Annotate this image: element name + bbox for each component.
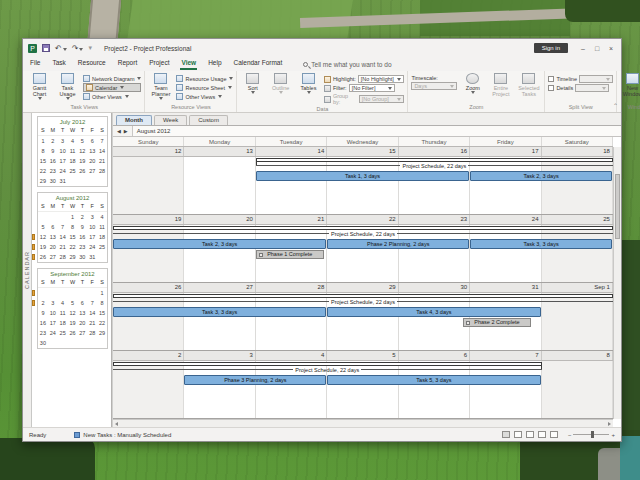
mini-calendar-date[interactable]: 13 (77, 308, 87, 318)
mini-calendar-date[interactable]: 17 (58, 156, 68, 166)
collapse-ribbon-icon[interactable]: ⌃ (613, 102, 618, 109)
mini-calendar-date[interactable]: 22 (97, 318, 107, 328)
zoom-slider[interactable]: − + (568, 432, 615, 438)
mini-calendar-date[interactable]: 31 (58, 176, 68, 186)
mini-calendar-date[interactable]: 5 (77, 136, 87, 146)
tab-week[interactable]: Week (154, 115, 187, 125)
view-shortcut-report-icon[interactable] (550, 431, 558, 438)
tables-button[interactable]: Tables (296, 73, 321, 94)
task-bar[interactable]: Task 2, 3 days (113, 239, 326, 249)
task-bar[interactable]: Phase 3 Planning, 2 days (184, 375, 326, 385)
mini-calendar-date[interactable]: 28 (97, 166, 107, 176)
outline-button[interactable]: Outline (268, 73, 293, 94)
tab-custom[interactable]: Custom (189, 115, 228, 125)
mini-calendar-date[interactable]: 1 (68, 212, 78, 222)
vertical-scrollbar-thumb[interactable] (615, 174, 620, 239)
view-shortcut-task-usage-icon[interactable] (514, 431, 522, 438)
gantt-chart-button[interactable]: Gantt Chart (27, 73, 52, 100)
task-bar[interactable]: Task 5, 3 days (327, 375, 540, 385)
minimize-button[interactable]: – (576, 42, 590, 55)
mini-calendar-date[interactable]: 15 (68, 232, 78, 242)
close-button[interactable]: × (604, 42, 618, 55)
mini-calendar-date[interactable]: 6 (77, 298, 87, 308)
mini-calendar-date[interactable]: 2 (77, 212, 87, 222)
resource-sheet-button[interactable]: Resource Sheet (176, 84, 233, 91)
tell-me-box[interactable]: Tell me what you want to do (303, 61, 391, 68)
mini-calendar-date[interactable]: 8 (97, 298, 107, 308)
task-usage-button[interactable]: Task Usage (55, 73, 80, 100)
mini-calendar-date[interactable]: 11 (58, 308, 68, 318)
mini-calendar-date[interactable]: 19 (77, 156, 87, 166)
mini-calendar-date[interactable]: 8 (38, 146, 48, 156)
mini-calendar-date[interactable]: 20 (87, 156, 97, 166)
task-bar[interactable]: Task 3, 3 days (470, 239, 612, 249)
mini-calendar-date[interactable]: 28 (58, 252, 68, 262)
task-bar[interactable]: Task 2, 3 days (470, 171, 612, 181)
save-icon[interactable] (42, 44, 50, 52)
mini-calendar-date[interactable]: 23 (38, 328, 48, 338)
mini-calendar-date[interactable]: 18 (97, 232, 107, 242)
mini-calendar-date[interactable]: 26 (77, 166, 87, 176)
maximize-button[interactable]: □ (590, 42, 604, 55)
mini-calendar-date[interactable]: 16 (77, 232, 87, 242)
view-shortcut-resource-sheet-icon[interactable] (538, 431, 546, 438)
mini-calendar-date[interactable]: 2 (48, 136, 58, 146)
mini-calendar-date[interactable]: 9 (77, 222, 87, 232)
menu-tab-help[interactable]: Help (207, 58, 222, 70)
mini-calendar-date[interactable]: 6 (87, 136, 97, 146)
mini-calendar-date[interactable]: 20 (48, 242, 58, 252)
mini-calendar-date[interactable]: 14 (97, 146, 107, 156)
qat-customize-icon[interactable]: ▾ (88, 44, 92, 52)
mini-calendar-date[interactable]: 10 (58, 146, 68, 156)
mini-calendar-date[interactable]: 11 (68, 146, 78, 156)
redo-button[interactable]: ↷ (72, 44, 84, 53)
mini-calendar-date[interactable]: 27 (77, 328, 87, 338)
calendar-view-button[interactable]: Calendar (83, 83, 141, 92)
task-bar[interactable]: Task 1, 3 days (256, 171, 469, 181)
mini-calendar-date[interactable]: 5 (68, 298, 78, 308)
new-window-button[interactable]: New Window (620, 73, 640, 97)
timeline-checkbox[interactable] (548, 76, 554, 82)
mini-calendar-date[interactable]: 4 (58, 298, 68, 308)
mini-calendar-date[interactable]: 24 (48, 328, 58, 338)
mini-calendar-date[interactable]: 18 (68, 156, 78, 166)
mini-calendar-date[interactable]: 27 (87, 166, 97, 176)
mini-calendar-date[interactable]: 27 (48, 252, 58, 262)
mini-calendar-date[interactable]: 15 (97, 308, 107, 318)
mini-calendar-date[interactable]: 29 (68, 252, 78, 262)
summary-task-bar[interactable]: Project Schedule, 22 days (113, 294, 613, 306)
network-diagram-button[interactable]: Network Diagram (83, 75, 141, 82)
menu-tab-view[interactable]: View (180, 58, 197, 70)
mini-calendar-date[interactable]: 8 (68, 222, 78, 232)
mini-calendar-date[interactable]: 20 (77, 318, 87, 328)
task-bar[interactable]: Task 4, 3 days (327, 307, 540, 317)
mini-calendar-date[interactable]: 1 (38, 136, 48, 146)
milestone-bar[interactable]: Phase 2 Complete (463, 318, 531, 327)
summary-task-bar[interactable]: Project Schedule, 22 days (113, 226, 613, 238)
mini-calendar-date[interactable]: 23 (48, 166, 58, 176)
mini-calendar-date[interactable]: 25 (97, 242, 107, 252)
mini-calendar-date[interactable]: 7 (87, 298, 97, 308)
mini-calendar-date[interactable]: 7 (97, 136, 107, 146)
zoom-out-icon[interactable]: − (568, 432, 572, 438)
mini-calendar-date[interactable]: 15 (38, 156, 48, 166)
mini-calendar-date[interactable]: 25 (58, 328, 68, 338)
mini-calendar-date[interactable]: 21 (87, 318, 97, 328)
vertical-scrollbar[interactable] (613, 147, 621, 419)
mini-calendar-date[interactable]: 6 (48, 222, 58, 232)
mini-calendar-date[interactable]: 4 (97, 212, 107, 222)
mini-calendar-date[interactable]: 10 (48, 308, 58, 318)
mini-calendar-date[interactable]: 1 (97, 288, 107, 298)
mini-calendar-date[interactable]: 17 (87, 232, 97, 242)
mini-calendar-date[interactable]: 24 (87, 242, 97, 252)
mini-calendar-date[interactable]: 30 (48, 176, 58, 186)
summary-task-bar[interactable]: Project Schedule, 22 days (113, 362, 542, 374)
sort-button[interactable]: Sort (240, 73, 265, 94)
horizontal-scrollbar[interactable] (113, 419, 613, 427)
mini-calendar-date[interactable]: 24 (58, 166, 68, 176)
scroll-left-icon[interactable] (115, 422, 118, 426)
next-month-button[interactable]: ▶ (124, 128, 128, 134)
mini-calendar-date[interactable]: 28 (87, 328, 97, 338)
mini-calendar-date[interactable]: 3 (48, 298, 58, 308)
mini-calendar-date[interactable]: 3 (87, 212, 97, 222)
